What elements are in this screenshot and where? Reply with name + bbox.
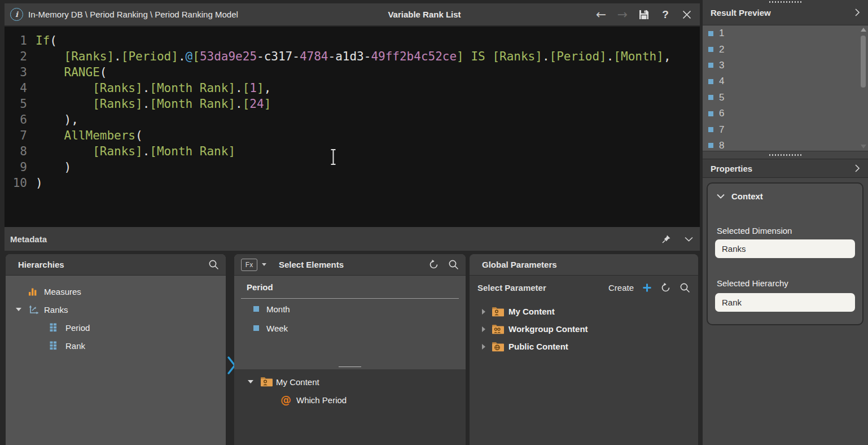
code-line[interactable]: 3 RANGE( xyxy=(5,64,700,80)
scroll-up-icon[interactable] xyxy=(861,28,866,32)
folder-item-my-content[interactable]: My Content xyxy=(470,303,698,320)
hierarchy-item-measures[interactable]: Measures xyxy=(6,282,226,300)
code-line[interactable]: 5 [Ranks].[Month Rank].[24] xyxy=(5,96,700,112)
line-number: 7 xyxy=(5,128,27,143)
metadata-title: Metadata xyxy=(10,234,47,244)
result-row-label: 1 xyxy=(719,28,724,39)
help-button[interactable]: ? xyxy=(655,3,676,25)
refresh-icon[interactable] xyxy=(660,282,671,293)
content-item-my-content[interactable]: My Content xyxy=(234,373,466,391)
fx-dropdown-caret-icon[interactable] xyxy=(262,263,266,266)
nav-forward-button[interactable]: → xyxy=(612,3,633,25)
scroll-down-icon[interactable] xyxy=(861,145,866,149)
code-line[interactable]: 6 ), xyxy=(5,112,700,128)
variable-editor-window: i In-Memory DB \ Period Ranking \ Period… xyxy=(0,0,868,445)
element-item-month[interactable]: Month xyxy=(234,300,466,318)
context-card: Context Selected Dimension Selected Hier… xyxy=(707,182,863,325)
tree-item-label: Measures xyxy=(44,287,81,296)
selected-dimension-label: Selected Dimension xyxy=(717,226,792,235)
code-line[interactable]: 2 [Ranks].[Period].@[53da9e25-c317-4784-… xyxy=(5,49,700,64)
formula-code-editor[interactable]: 1If(2 [Ranks].[Period].@[53da9e25-c317-4… xyxy=(5,27,700,227)
code-line[interactable]: 4 [Ranks].[Month Rank].[1], xyxy=(5,80,700,96)
right-sidebar: Result Preview 12345678 Properties Conte… xyxy=(703,0,868,445)
search-icon[interactable] xyxy=(208,259,219,270)
collapse-section-chevron-icon[interactable] xyxy=(717,194,725,199)
square-bullet-icon xyxy=(708,143,713,148)
select-elements-header: Fx Select Elements xyxy=(234,254,466,276)
code-line[interactable]: 10) xyxy=(5,175,700,191)
folder-item-workgroup-content[interactable]: Workgroup Content xyxy=(470,320,698,338)
expand-panel-chevron-icon[interactable] xyxy=(854,164,860,173)
pin-icon[interactable] xyxy=(661,234,671,244)
content-item-which-period[interactable]: @Which Period xyxy=(234,391,466,409)
nav-back-button[interactable]: ← xyxy=(590,3,612,25)
selected-hierarchy-field[interactable] xyxy=(715,293,855,312)
hierarchy-item-rank[interactable]: Rank xyxy=(6,337,226,355)
metadata-bar[interactable]: Metadata xyxy=(5,227,700,251)
tree-item-label: Rank xyxy=(65,341,85,351)
hierarchy-item-period[interactable]: Period xyxy=(6,319,226,337)
scrollbar-thumb[interactable] xyxy=(861,36,866,88)
properties-title: Properties xyxy=(711,164,752,173)
hierarchies-title: Hierarchies xyxy=(18,260,64,269)
result-row-3[interactable]: 3 xyxy=(703,58,868,73)
resize-grip-icon[interactable] xyxy=(769,154,802,156)
selected-dimension-field[interactable] xyxy=(715,239,855,258)
square-bullet-icon xyxy=(253,306,259,312)
code-line[interactable]: 9 ) xyxy=(5,159,700,175)
caret-down-icon[interactable] xyxy=(16,308,21,311)
caret-slot xyxy=(248,380,260,383)
result-row-5[interactable]: 5 xyxy=(703,90,868,106)
result-preview-title: Result Preview xyxy=(711,8,771,18)
code-line[interactable]: 7 AllMembers( xyxy=(5,128,700,143)
line-number: 4 xyxy=(5,80,27,96)
square-bullet-icon xyxy=(708,31,713,36)
tree-item-label: My Content xyxy=(276,377,319,387)
hierarchy-item-ranks[interactable]: Ranks xyxy=(6,300,226,319)
square-bullet-icon xyxy=(708,47,713,52)
scrollbar[interactable] xyxy=(860,27,867,150)
close-button[interactable] xyxy=(676,3,698,25)
element-item-week[interactable]: Week xyxy=(234,319,466,337)
chevron-down-icon[interactable] xyxy=(685,237,693,242)
folder-person-icon xyxy=(492,307,508,317)
result-row-6[interactable]: 6 xyxy=(703,106,868,121)
tree-item-label: Which Period xyxy=(296,395,347,405)
result-row-4[interactable]: 4 xyxy=(703,73,868,89)
breadcrumb-text: In-Memory DB \ Period Ranking \ Period R… xyxy=(28,10,238,19)
result-row-8[interactable]: 8 xyxy=(703,138,868,151)
period-section-header: Period xyxy=(234,276,466,298)
search-icon[interactable] xyxy=(448,259,459,270)
global-parameters-header: Global Parameters xyxy=(470,254,698,276)
caret-right-icon[interactable] xyxy=(482,326,485,332)
result-row-2[interactable]: 2 xyxy=(703,41,868,57)
result-row-label: 4 xyxy=(719,76,724,87)
square-bullet-icon xyxy=(708,95,713,100)
info-icon[interactable]: i xyxy=(10,8,23,21)
tree-item-label: My Content xyxy=(508,307,555,316)
result-row-label: 2 xyxy=(719,44,724,55)
result-row-7[interactable]: 7 xyxy=(703,121,868,137)
hierarchies-panel: Hierarchies MeasuresRanksPeriodRank xyxy=(6,254,226,445)
create-button[interactable]: Create xyxy=(608,283,634,293)
code-line[interactable]: 8 [Ranks].[Month Rank] xyxy=(5,143,700,159)
code-text: [Ranks].[Month Rank].[24] xyxy=(36,96,271,112)
close-icon xyxy=(682,10,691,19)
caret-slot xyxy=(16,308,28,311)
caret-right-icon[interactable] xyxy=(482,344,485,350)
tree-item-label: Workgroup Content xyxy=(508,324,588,334)
expand-panel-chevron-icon[interactable] xyxy=(854,8,860,17)
resize-grip-icon[interactable] xyxy=(769,1,802,3)
save-button[interactable] xyxy=(633,3,655,25)
fx-function-icon[interactable]: Fx xyxy=(241,259,257,271)
create-plus-icon[interactable] xyxy=(642,283,652,293)
result-row-1[interactable]: 1 xyxy=(703,25,868,41)
code-line[interactable]: 1If( xyxy=(5,33,700,49)
line-number: 8 xyxy=(5,143,27,159)
select-parameter-label: Select Parameter xyxy=(477,283,546,293)
caret-right-icon[interactable] xyxy=(482,309,485,315)
folder-item-public-content[interactable]: Public Content xyxy=(470,338,698,355)
search-icon[interactable] xyxy=(680,282,690,293)
caret-down-icon[interactable] xyxy=(248,380,253,383)
refresh-icon[interactable] xyxy=(428,259,439,270)
